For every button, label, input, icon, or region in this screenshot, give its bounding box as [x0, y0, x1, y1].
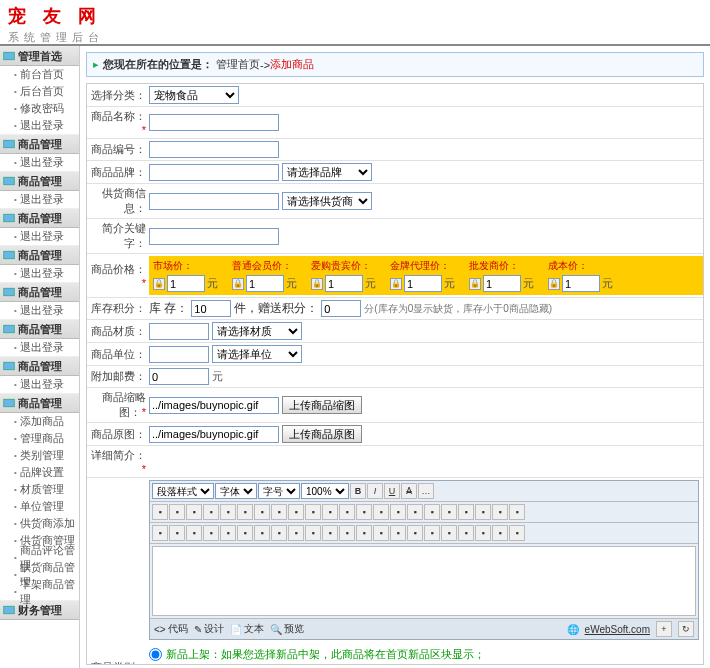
sidebar-item[interactable]: 下架商品管理 [0, 583, 79, 600]
editor-zoom-select[interactable]: 100% [301, 483, 349, 499]
sidebar-item[interactable]: 退出登录 [0, 228, 79, 245]
sidebar-item[interactable]: 退出登录 [0, 376, 79, 393]
editor-tool-icon[interactable]: ▪ [305, 525, 321, 541]
editor-tool-icon[interactable]: ▪ [390, 525, 406, 541]
sidebar-item[interactable]: 类别管理 [0, 447, 79, 464]
sidebar-group-head[interactable]: 商品管理 [0, 208, 79, 228]
sidebar-item[interactable]: 退出登录 [0, 154, 79, 171]
select-unit[interactable]: 请选择单位 [212, 345, 302, 363]
editor-tool-icon[interactable]: ▪ [203, 504, 219, 520]
lock-icon[interactable]: 🔒 [232, 278, 244, 290]
lock-icon[interactable]: 🔒 [548, 278, 560, 290]
select-material[interactable]: 请选择材质 [212, 322, 302, 340]
editor-tool-icon[interactable]: ▪ [373, 504, 389, 520]
sidebar-item[interactable]: 材质管理 [0, 481, 79, 498]
lock-icon[interactable]: 🔒 [390, 278, 402, 290]
bold-icon[interactable]: B [350, 483, 366, 499]
sidebar-group-head[interactable]: 商品管理 [0, 393, 79, 413]
select-category[interactable]: 宠物食品 [149, 86, 239, 104]
editor-tool-icon[interactable]: ▪ [424, 504, 440, 520]
sidebar-item[interactable]: 单位管理 [0, 498, 79, 515]
editor-tool-icon[interactable]: ▪ [458, 504, 474, 520]
editor-tool-icon[interactable]: ▪ [169, 525, 185, 541]
editor-tool-icon[interactable]: ▪ [509, 525, 525, 541]
sidebar-item[interactable]: 修改密码 [0, 100, 79, 117]
editor-tool-icon[interactable]: ▪ [407, 525, 423, 541]
input-stock[interactable] [191, 300, 231, 317]
input-postage[interactable] [149, 368, 209, 385]
editor-tool-icon[interactable]: ▪ [186, 525, 202, 541]
editor-tool-icon[interactable]: ▪ [271, 525, 287, 541]
editor-tool-icon[interactable]: ▪ [322, 504, 338, 520]
editor-tool-icon[interactable]: ▪ [288, 504, 304, 520]
input-material[interactable] [149, 323, 209, 340]
editor-tool-icon[interactable]: ▪ [441, 525, 457, 541]
editor-tool-icon[interactable]: ▪ [237, 525, 253, 541]
input-brand[interactable] [149, 164, 279, 181]
input-price-love[interactable] [325, 275, 363, 292]
sidebar-item[interactable]: 后台首页 [0, 83, 79, 100]
editor-tab-preview[interactable]: 🔍 预览 [270, 622, 304, 636]
italic-icon[interactable]: I [367, 483, 383, 499]
editor-link[interactable]: eWebSoft.com [585, 624, 650, 635]
editor-tool-icon[interactable]: ▪ [458, 525, 474, 541]
sidebar-item[interactable]: 退出登录 [0, 302, 79, 319]
sidebar-group-head[interactable]: 商品管理 [0, 171, 79, 191]
input-bonus[interactable] [321, 300, 361, 317]
input-price-cost[interactable] [562, 275, 600, 292]
editor-size-select[interactable]: 字号 [258, 483, 300, 499]
editor-tool-icon[interactable]: ▪ [254, 525, 270, 541]
editor-tool-icon[interactable]: ▪ [186, 504, 202, 520]
editor-tool-icon[interactable]: ▪ [509, 504, 525, 520]
editor-tab-code[interactable]: <> 代码 [154, 622, 188, 636]
editor-tool-icon[interactable]: ▪ [356, 504, 372, 520]
editor-tool-icon[interactable]: ▪ [220, 504, 236, 520]
radio-new[interactable]: 新品上架：如果您选择新品中架，此商品将在首页新品区块显示； [149, 646, 485, 663]
editor-tool-icon[interactable]: ▪ [203, 525, 219, 541]
editor-tool-icon[interactable]: ▪ [475, 504, 491, 520]
lock-icon[interactable]: 🔒 [153, 278, 165, 290]
editor-para-select[interactable]: 段落样式 [152, 483, 214, 499]
upload-thumb-button[interactable]: 上传商品缩图 [282, 396, 362, 414]
editor-refresh-icon[interactable]: ↻ [678, 621, 694, 637]
editor-plus-icon[interactable]: + [656, 621, 672, 637]
more-icon[interactable]: … [418, 483, 434, 499]
editor-tool-icon[interactable]: ▪ [271, 504, 287, 520]
lock-icon[interactable]: 🔒 [469, 278, 481, 290]
input-thumb[interactable] [149, 397, 279, 414]
editor-tab-design[interactable]: ✎ 设计 [194, 622, 224, 636]
strike-icon[interactable]: A̶ [401, 483, 417, 499]
editor-tool-icon[interactable]: ▪ [424, 525, 440, 541]
sidebar-item[interactable]: 退出登录 [0, 117, 79, 134]
input-origimg[interactable] [149, 426, 279, 443]
editor-tool-icon[interactable]: ▪ [339, 525, 355, 541]
editor-tool-icon[interactable]: ▪ [254, 504, 270, 520]
editor-tool-icon[interactable]: ▪ [373, 525, 389, 541]
editor-tool-icon[interactable]: ▪ [492, 525, 508, 541]
sidebar-group-head[interactable]: 商品管理 [0, 319, 79, 339]
input-code[interactable] [149, 141, 279, 158]
upload-orig-button[interactable]: 上传商品原图 [282, 425, 362, 443]
sidebar-item[interactable]: 退出登录 [0, 265, 79, 282]
editor-font-select[interactable]: 字体 [215, 483, 257, 499]
breadcrumb-home[interactable]: 管理首页 [216, 57, 260, 72]
select-supplier[interactable]: 请选择供货商 [282, 192, 372, 210]
input-price-gold[interactable] [404, 275, 442, 292]
editor-tool-icon[interactable]: ▪ [169, 504, 185, 520]
sidebar-group-head[interactable]: 商品管理 [0, 134, 79, 154]
input-name[interactable] [149, 114, 279, 131]
editor-tool-icon[interactable]: ▪ [220, 525, 236, 541]
sidebar-item[interactable]: 前台首页 [0, 66, 79, 83]
sidebar-item[interactable]: 供货商添加 [0, 515, 79, 532]
editor-tool-icon[interactable]: ▪ [339, 504, 355, 520]
sidebar-item[interactable]: 退出登录 [0, 191, 79, 208]
editor-tool-icon[interactable]: ▪ [322, 525, 338, 541]
editor-tool-icon[interactable]: ▪ [475, 525, 491, 541]
editor-tool-icon[interactable]: ▪ [152, 504, 168, 520]
editor-tool-icon[interactable]: ▪ [356, 525, 372, 541]
input-supplier[interactable] [149, 193, 279, 210]
lock-icon[interactable]: 🔒 [311, 278, 323, 290]
underline-icon[interactable]: U [384, 483, 400, 499]
editor-tool-icon[interactable]: ▪ [152, 525, 168, 541]
editor-tool-icon[interactable]: ▪ [441, 504, 457, 520]
